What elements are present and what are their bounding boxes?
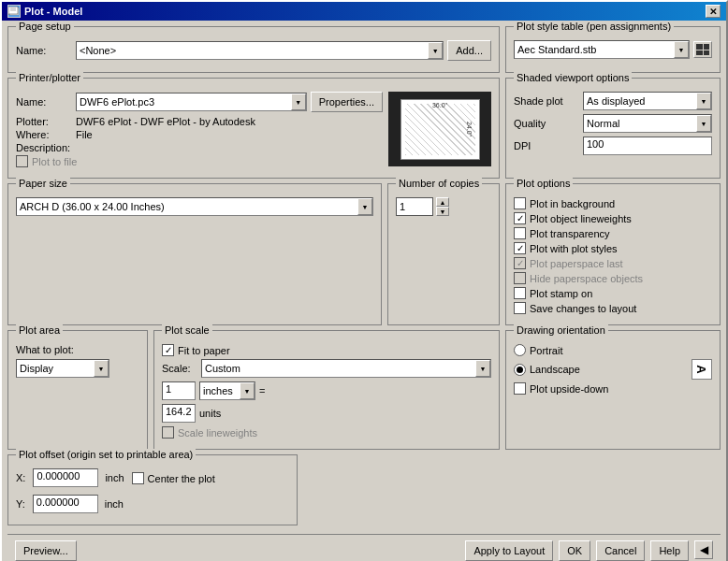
plot-option-label-2: Plot transparency — [530, 228, 610, 239]
y-input[interactable]: 0.000000 — [33, 495, 98, 513]
paper-white: 36.0" 24.0" — [400, 99, 480, 160]
what-to-plot-label: What to plot: — [16, 344, 74, 355]
plot-area-label: Plot area — [16, 324, 63, 336]
page-setup-group: Page setup Name: <None> ▼ Add... — [7, 26, 500, 73]
plot-to-file-label: Plot to file — [32, 156, 77, 167]
plot-option-label-3: Plot with plot styles — [530, 243, 618, 254]
scale-lineweights-label: Scale lineweights — [178, 427, 257, 439]
units-dropdown[interactable]: inches ▼ — [199, 381, 255, 400]
plot-option-checkbox-7[interactable] — [514, 302, 526, 314]
what-to-plot-dropdown[interactable]: Display ▼ — [16, 359, 109, 378]
where-value: File — [76, 129, 93, 140]
plot-option-row: Plot paperspace last — [514, 257, 712, 269]
portrait-radio[interactable] — [514, 344, 526, 356]
scale-dropdown[interactable]: Custom ▼ — [201, 359, 491, 378]
plotter-row: Plotter: DWF6 ePlot - DWF ePlot - by Aut… — [16, 116, 383, 127]
cancel-button[interactable]: Cancel — [596, 540, 645, 561]
preview-button[interactable]: Preview... — [15, 540, 77, 561]
plot-option-row: Plot transparency — [514, 227, 712, 239]
plot-option-row: Plot object lineweights — [514, 212, 712, 224]
page-setup-dropdown[interactable]: <None> ▼ — [76, 41, 444, 60]
plot-option-row: Plot stamp on — [514, 287, 712, 299]
page-setup-label: Page setup — [16, 21, 74, 32]
shade-plot-arrow[interactable]: ▼ — [696, 93, 711, 109]
where-row: Where: File — [16, 129, 383, 140]
page-setup-arrow[interactable]: ▼ — [428, 42, 443, 59]
scale-lineweights-checkbox[interactable] — [162, 426, 174, 439]
plot-options-group: Plot options Plot in backgroundPlot obje… — [505, 183, 721, 325]
close-button[interactable]: ✕ — [706, 5, 721, 18]
center-plot-checkbox[interactable] — [132, 472, 144, 484]
top-row: Page setup Name: <None> ▼ Add... Plot st… — [7, 26, 721, 73]
quality-arrow[interactable]: ▼ — [696, 115, 711, 132]
copies-down[interactable]: ▼ — [436, 207, 449, 216]
name-label: Name: — [16, 45, 72, 56]
center-plot-row: Center the plot — [132, 472, 215, 484]
plot-option-checkbox-6[interactable] — [514, 287, 526, 299]
description-label: Description: — [16, 142, 72, 153]
plot-style-grid-icon[interactable] — [693, 41, 712, 58]
bottom-right-buttons: Apply to Layout OK Cancel Help ◀ — [465, 540, 713, 561]
landscape-label: Landscape — [530, 364, 580, 375]
plot-to-file-checkbox[interactable] — [16, 155, 28, 167]
copies-group: Number of copies ▲ ▼ — [387, 183, 500, 325]
y-row: Y: 0.000000 inch — [16, 495, 124, 513]
printer-name-dropdown[interactable]: DWF6 ePlot.pc3 ▼ — [76, 93, 307, 111]
ok-button[interactable]: OK — [559, 540, 590, 561]
paper-width-label: 36.0" — [432, 102, 447, 108]
plot-option-row: Save changes to layout — [514, 302, 712, 314]
apply-to-layout-button[interactable]: Apply to Layout — [465, 540, 553, 561]
shade-plot-row: Shade plot As displayed ▼ — [514, 92, 712, 110]
copies-input[interactable] — [396, 197, 433, 216]
help-button[interactable]: Help — [650, 540, 689, 561]
scale-value2[interactable]: 164.2 — [162, 404, 196, 423]
paper-size-dropdown[interactable]: ARCH D (36.00 x 24.00 Inches) ▼ — [16, 197, 373, 216]
description-row: Description: — [16, 142, 383, 153]
dpi-value: 100 — [587, 138, 604, 150]
copies-up[interactable]: ▲ — [436, 197, 449, 207]
fit-to-paper-row: Fit to paper — [162, 344, 491, 356]
landscape-radio[interactable] — [514, 364, 526, 376]
expand-button[interactable]: ◀ — [694, 540, 713, 559]
scale-label: Scale: — [162, 363, 197, 374]
plot-option-label-0: Plot in background — [530, 198, 615, 209]
plot-option-checkbox-2[interactable] — [514, 227, 526, 239]
what-to-plot-arrow[interactable]: ▼ — [94, 360, 109, 377]
landscape-a-icon: A — [692, 359, 712, 380]
y-unit: inch — [105, 498, 124, 510]
portrait-row: Portrait — [514, 344, 712, 356]
shaded-viewport-group: Shaded viewport options Shade plot As di… — [505, 78, 721, 179]
upside-down-row: Plot upside-down — [514, 382, 712, 395]
plot-style-row: Aec Standard.stb ▼ — [514, 40, 712, 59]
add-button[interactable]: Add... — [447, 40, 491, 61]
x-input[interactable]: 0.000000 — [33, 468, 98, 487]
equals-sign: = — [259, 385, 265, 396]
paper-size-row: ARCH D (36.00 x 24.00 Inches) ▼ — [16, 197, 373, 216]
copies-box: ▲ ▼ — [396, 197, 491, 216]
quality-dropdown[interactable]: Normal ▼ — [583, 114, 712, 133]
plot-scale-label: Plot scale — [162, 324, 212, 336]
fit-to-paper-checkbox[interactable] — [162, 344, 174, 356]
shade-plot-dropdown[interactable]: As displayed ▼ — [583, 92, 712, 110]
printer-dropdown-arrow[interactable]: ▼ — [291, 94, 306, 110]
units-arrow[interactable]: ▼ — [240, 382, 255, 399]
paper-height-label: 24.0" — [466, 122, 473, 137]
paper-hatch — [405, 104, 475, 155]
shaded-viewport-label: Shaded viewport options — [514, 72, 632, 83]
upside-down-checkbox[interactable] — [514, 382, 526, 395]
plot-option-checkbox-0[interactable] — [514, 197, 526, 209]
properties-button[interactable]: Properties... — [311, 92, 383, 112]
dpi-input[interactable]: 100 — [583, 137, 712, 155]
scale-arrow[interactable]: ▼ — [475, 360, 490, 377]
scale-value1[interactable]: 1 — [162, 381, 196, 400]
portrait-label: Portrait — [530, 345, 562, 356]
dialog-icon — [7, 5, 21, 18]
plot-dialog: Plot - Model ✕ Page setup Name: <None> ▼… — [0, 0, 728, 561]
paper-size-arrow[interactable]: ▼ — [357, 198, 372, 215]
plot-style-arrow[interactable]: ▼ — [674, 41, 689, 58]
plot-option-checkbox-1[interactable] — [514, 212, 526, 224]
fit-to-paper-label: Fit to paper — [178, 345, 230, 356]
plot-option-checkbox-3[interactable] — [514, 242, 526, 254]
plot-style-dropdown[interactable]: Aec Standard.stb ▼ — [514, 40, 690, 59]
paper-size-group: Paper size ARCH D (36.00 x 24.00 Inches)… — [7, 183, 382, 325]
